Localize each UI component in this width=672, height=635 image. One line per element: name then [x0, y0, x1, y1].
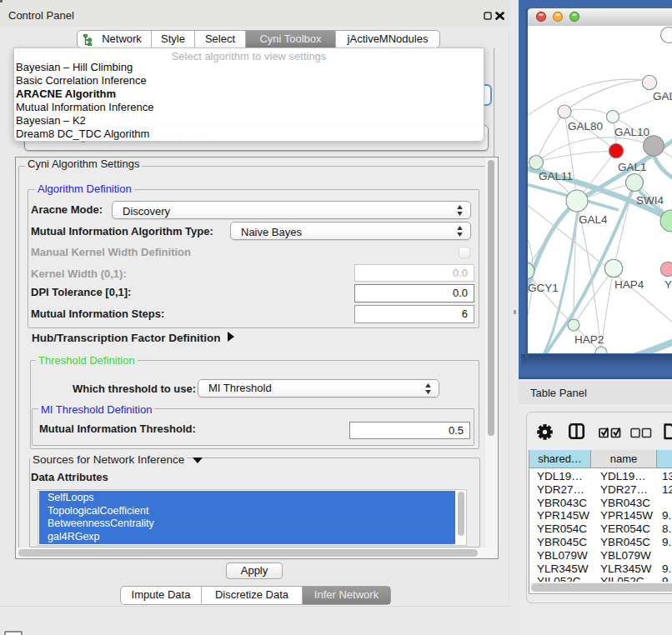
- svg-text:SWI4: SWI4: [636, 194, 664, 207]
- svg-text:GAL80: GAL80: [568, 120, 603, 132]
- svg-text:HAP2: HAP2: [574, 333, 604, 346]
- svg-text:GAL10: GAL10: [614, 126, 649, 138]
- svg-text:GCY1: GCY1: [528, 282, 559, 294]
- svg-text:GAL: GAL: [653, 90, 672, 102]
- svg-text:HAP4: HAP4: [614, 278, 644, 291]
- svg-text:Y: Y: [664, 278, 672, 291]
- svg-text:GAL11: GAL11: [539, 170, 573, 182]
- svg-text:GAL4: GAL4: [579, 213, 608, 226]
- svg-text:GAL1: GAL1: [618, 161, 647, 173]
